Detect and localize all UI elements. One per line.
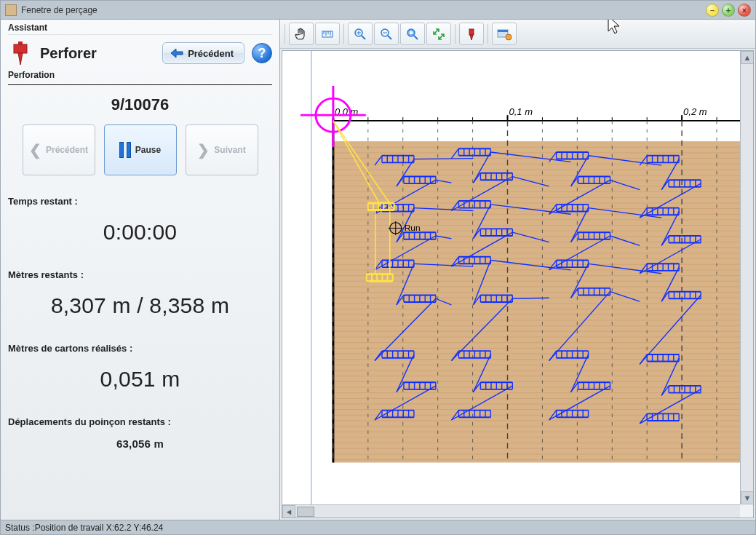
svg-text:0,1 m: 0,1 m [509,106,533,117]
assistant-subtitle: Perforation [8,70,272,80]
back-button-label: Précédent [188,48,234,59]
app-window: Fenetre de perçage – + × Assistant Perfo… [0,0,756,535]
scroll-thumb[interactable] [297,507,314,517]
pause-icon [119,142,131,158]
options-icon[interactable] [492,23,517,45]
zoom-in-icon[interactable] [348,23,373,45]
pause-button[interactable]: Pause [104,124,177,175]
svg-rect-18 [469,29,474,35]
punch-marker-icon[interactable] [459,23,484,45]
document-icon [5,4,17,16]
drawing-surface[interactable]: 0,0 m0,1 m0,2 mRun [282,51,740,504]
progress-counter: 9/10076 [8,95,272,114]
svg-line-525 [512,298,549,298]
svg-line-9 [362,36,365,39]
minimize-button[interactable]: – [706,4,719,17]
canvas-viewport[interactable]: 0,0 m0,1 m0,2 mRun ▲ ▼ ◄ [282,50,754,518]
pan-hand-icon[interactable] [289,23,314,45]
horizontal-scrollbar[interactable]: ◄ [282,504,740,518]
assistant-label: Assistant [8,23,272,35]
scroll-left-icon[interactable]: ◄ [282,505,295,518]
svg-marker-19 [470,35,473,40]
prev-step-button: ❮ Précédent [23,124,95,175]
toolbar-separator [343,24,344,44]
punch-moves-value: 63,056 m [8,437,272,450]
time-remaining-label: Temps restant : [8,196,272,207]
svg-rect-0 [18,41,23,44]
svg-point-22 [506,34,512,40]
time-remaining-value: 0:00:00 [8,220,272,245]
status-text: Status :Position de travail X:62.2 Y:46.… [5,523,163,533]
cartons-done-value: 0,051 m [8,367,272,392]
toolbar-separator [285,24,285,44]
svg-rect-1 [14,44,27,53]
next-step-button: ❯ Suivant [186,124,258,175]
meters-remaining-value: 8,307 m / 8,358 m [8,293,272,318]
prev-step-label: Précédent [46,145,88,155]
toolbar-separator [488,24,488,44]
arrow-left-icon [170,48,183,58]
divider [8,84,272,85]
scroll-down-icon[interactable]: ▼ [741,491,754,504]
maximize-button[interactable]: + [722,4,735,17]
vertical-scrollbar[interactable]: ▲ ▼ [740,51,753,504]
measure-icon[interactable] [315,23,340,45]
perforate-icon [8,39,33,67]
zoom-out-icon[interactable] [374,23,399,45]
help-icon[interactable]: ? [252,43,272,63]
cartons-done-label: Mètres de cartons réalisés : [8,343,272,354]
svg-line-16 [414,36,418,39]
statusbar: Status :Position de travail X:62.2 Y:46.… [1,520,755,534]
scroll-up-icon[interactable]: ▲ [741,51,754,64]
assistant-title: Perforer [40,45,155,62]
close-button[interactable]: × [738,4,751,17]
titlebar: Fenetre de perçage – + × [1,1,755,20]
zoom-fit-icon[interactable] [400,23,425,45]
back-button[interactable]: Précédent [162,42,244,64]
svg-rect-21 [498,30,508,32]
svg-rect-17 [409,31,413,35]
chevron-left-icon: ❮ [29,143,41,157]
meters-remaining-label: Mètres restants : [8,269,272,280]
punch-moves-label: Déplacements du poinçon restants : [8,416,272,427]
svg-text:Run: Run [405,223,421,233]
pause-label: Pause [135,145,161,155]
svg-line-509 [414,159,473,159]
toolbar-separator [455,24,455,44]
assistant-panel: Assistant Perforer Précédent ? [1,20,280,520]
next-step-label: Suivant [214,145,245,155]
svg-line-13 [388,36,391,39]
chevron-right-icon: ❯ [197,143,210,157]
window-title: Fenetre de perçage [21,5,98,15]
resize-icon[interactable] [426,23,451,45]
canvas-toolbar [280,20,755,49]
svg-text:0,2 m: 0,2 m [683,106,707,117]
main-area: 0,0 m0,1 m0,2 mRun ▲ ▼ ◄ [280,20,755,520]
svg-marker-2 [18,53,23,65]
